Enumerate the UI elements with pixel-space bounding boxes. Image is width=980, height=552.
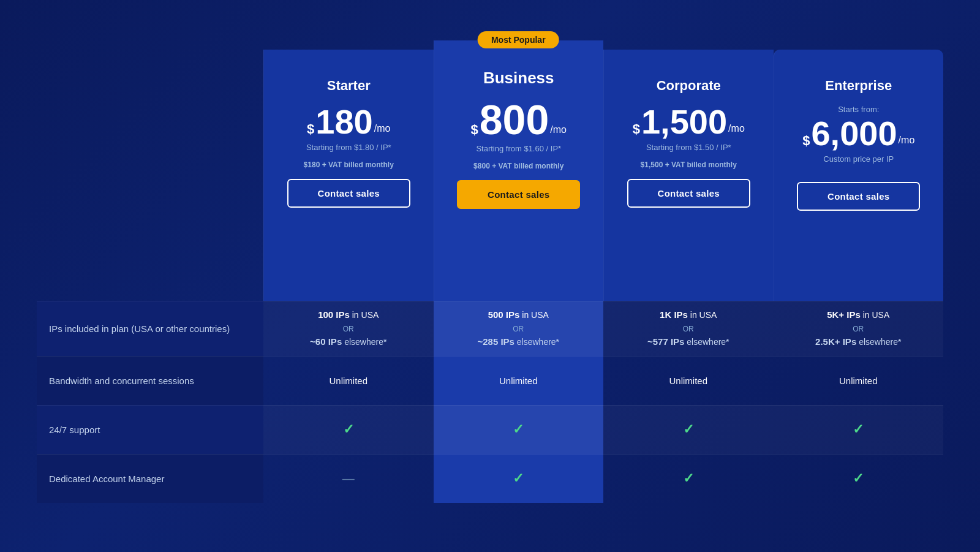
check-icon-support-starter: ✓	[343, 422, 354, 437]
cell-ips-business: 500 IPs in USA OR ~285 IPs elsewhere*	[434, 301, 604, 356]
price-amount-business: 800	[480, 99, 549, 140]
price-amount-enterprise: 6,000	[811, 116, 897, 151]
cell-ips-enterprise: 5K+ IPs in USA OR 2.5K+ IPs elsewhere*	[774, 301, 944, 356]
price-mo-starter: /mo	[374, 123, 391, 134]
cell-ips-starter: 100 IPs in USA OR ~60 IPs elsewhere*	[263, 301, 434, 356]
check-icon-manager-enterprise: ✓	[853, 471, 864, 486]
plan-col-starter: Starter $ 180 /mo Starting from $1.80 / …	[263, 50, 434, 503]
dash-icon-manager-starter: —	[342, 472, 355, 486]
plan-price-starter: $ 180 /mo	[307, 105, 390, 139]
plan-vat-corporate: $1,500 + VAT billed monthly	[641, 161, 737, 169]
contact-btn-business[interactable]: Contact sales	[457, 180, 580, 209]
plan-header-business: Business $ 800 /mo Starting from $1.60 /…	[434, 40, 604, 301]
price-dollar-business: $	[471, 122, 478, 138]
enterprise-starts-label: Starts from:	[838, 105, 879, 114]
cell-support-business: ✓	[434, 405, 604, 454]
price-mo-business: /mo	[550, 124, 567, 135]
plan-price-corporate: $ 1,500 /mo	[633, 105, 745, 139]
plan-name-starter: Starter	[327, 78, 371, 94]
plan-col-enterprise: Enterprise Starts from: $ 6,000 /mo Cust…	[774, 50, 944, 503]
check-icon-manager-corporate: ✓	[683, 471, 694, 486]
price-dollar-enterprise: $	[802, 133, 810, 149]
cell-support-corporate: ✓	[603, 405, 774, 454]
feature-cells-starter: 100 IPs in USA OR ~60 IPs elsewhere* Unl…	[263, 301, 434, 503]
plan-starting-enterprise: Custom price per IP	[823, 154, 894, 164]
most-popular-badge: Most Popular	[478, 31, 559, 48]
plan-header-enterprise: Enterprise Starts from: $ 6,000 /mo Cust…	[774, 50, 944, 301]
cell-bandwidth-corporate: Unlimited	[603, 356, 774, 405]
contact-btn-corporate[interactable]: Contact sales	[627, 179, 750, 208]
price-amount-starter: 180	[315, 105, 372, 139]
plan-name-corporate: Corporate	[657, 78, 721, 94]
plan-price-enterprise: $ 6,000 /mo	[802, 116, 914, 151]
plan-starting-business: Starting from $1.60 / IP*	[476, 144, 561, 153]
cell-ips-corporate: 1K IPs in USA OR ~577 IPs elsewhere*	[603, 301, 774, 356]
price-dollar-starter: $	[307, 121, 314, 137]
plan-col-corporate: Corporate $ 1,500 /mo Starting from $1.5…	[603, 50, 774, 503]
feature-labels-header	[37, 50, 263, 301]
price-mo-corporate: /mo	[728, 123, 745, 134]
cell-bandwidth-enterprise: Unlimited	[774, 356, 944, 405]
plan-vat-starter: $180 + VAT billed monthly	[304, 161, 394, 169]
cell-manager-corporate: ✓	[603, 454, 774, 503]
cell-bandwidth-starter: Unlimited	[263, 356, 434, 405]
plan-starting-corporate: Starting from $1.50 / IP*	[646, 143, 731, 152]
feature-label-support: 24/7 support	[37, 405, 263, 454]
contact-btn-enterprise[interactable]: Contact sales	[797, 182, 920, 211]
plans-container: IPs included in plan (USA or other count…	[37, 50, 943, 503]
plan-header-corporate: Corporate $ 1,500 /mo Starting from $1.5…	[603, 50, 774, 301]
check-icon-support-enterprise: ✓	[853, 422, 864, 437]
price-mo-enterprise: /mo	[899, 135, 915, 146]
feature-label-manager: Dedicated Account Manager	[37, 454, 263, 503]
contact-btn-starter[interactable]: Contact sales	[287, 179, 410, 208]
feature-labels-col: IPs included in plan (USA or other count…	[37, 50, 263, 503]
plan-name-enterprise: Enterprise	[825, 78, 892, 94]
plan-header-starter: Starter $ 180 /mo Starting from $1.80 / …	[263, 50, 434, 301]
cell-support-enterprise: ✓	[774, 405, 944, 454]
plan-starting-starter: Starting from $1.80 / IP*	[306, 143, 391, 152]
cell-manager-starter: —	[263, 454, 434, 503]
check-icon-support-corporate: ✓	[683, 422, 694, 437]
price-dollar-corporate: $	[633, 121, 640, 137]
feature-label-bandwidth: Bandwidth and concurrent sessions	[37, 356, 263, 405]
feature-cells-enterprise: 5K+ IPs in USA OR 2.5K+ IPs elsewhere* U…	[774, 301, 944, 503]
price-amount-corporate: 1,500	[641, 105, 727, 139]
plan-name-business: Business	[483, 69, 554, 88]
feature-label-ips: IPs included in plan (USA or other count…	[37, 301, 263, 356]
feature-cells-corporate: 1K IPs in USA OR ~577 IPs elsewhere* Unl…	[603, 301, 774, 503]
cell-manager-business: ✓	[434, 454, 604, 503]
cell-manager-enterprise: ✓	[774, 454, 944, 503]
plan-price-business: $ 800 /mo	[471, 99, 567, 140]
check-icon-support-business: ✓	[513, 422, 524, 437]
cell-support-starter: ✓	[263, 405, 434, 454]
plan-vat-business: $800 + VAT billed monthly	[473, 162, 564, 170]
feature-cells-business: 500 IPs in USA OR ~285 IPs elsewhere* Un…	[434, 301, 604, 503]
pricing-wrapper: IPs included in plan (USA or other count…	[37, 50, 943, 503]
plan-col-business: Most Popular Business $ 800 /mo Starting…	[434, 40, 604, 503]
check-icon-manager-business: ✓	[513, 471, 524, 486]
cell-bandwidth-business: Unlimited	[434, 356, 604, 405]
